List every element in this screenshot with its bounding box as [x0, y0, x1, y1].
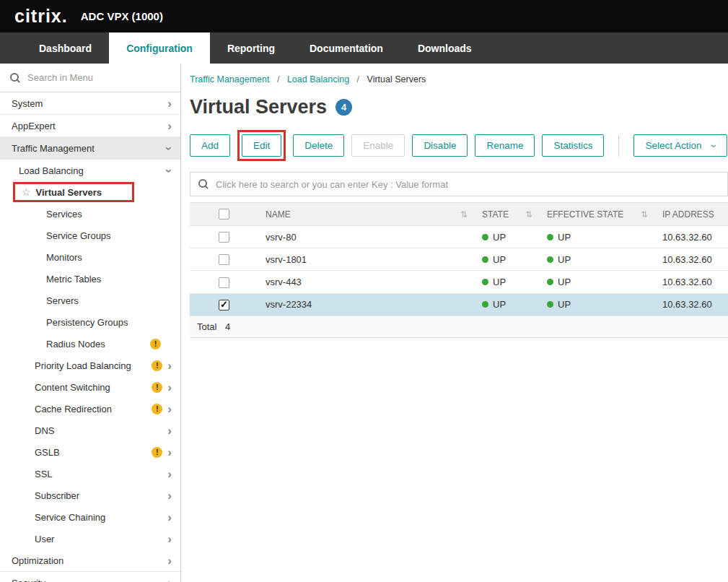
sidebar-item-services[interactable]: Services — [0, 203, 180, 225]
main-nav: Dashboard Configuration Reporting Docume… — [0, 32, 728, 64]
sidebar-item-monitors[interactable]: Monitors — [0, 246, 180, 268]
sidebar-item-optimization[interactable]: Optimization — [0, 550, 180, 572]
row-checkbox[interactable] — [219, 232, 229, 243]
breadcrumb-current: Virtual Servers — [367, 74, 426, 84]
sort-icon[interactable] — [641, 209, 648, 220]
annotation-box-virtual-servers: Virtual Servers — [13, 182, 134, 202]
app-title: ADC VPX (1000) — [81, 10, 163, 22]
column-header-name[interactable]: NAME — [266, 209, 291, 220]
sidebar-item-virtual-servers[interactable]: Virtual Servers — [0, 181, 180, 203]
annotation-box-edit: Edit — [237, 130, 286, 161]
sidebar-item-metric-tables[interactable]: Metric Tables — [0, 268, 180, 290]
column-header-effective-state[interactable]: EFFECTIVE STATE — [547, 209, 623, 220]
warning-icon — [152, 382, 162, 393]
main-panel: Traffic Management / Load Balancing / Vi… — [181, 64, 728, 582]
disable-button[interactable]: Disable — [412, 134, 468, 157]
page-title: Virtual Servers — [190, 96, 327, 118]
sidebar-item-traffic-management[interactable]: Traffic Management — [0, 137, 180, 160]
sidebar-item-dns[interactable]: DNS — [0, 420, 180, 441]
tab-reporting[interactable]: Reporting — [210, 32, 292, 64]
sidebar-item-security[interactable]: Security — [0, 572, 180, 582]
cell-ip-address: 10.63.32.60 — [655, 271, 728, 293]
cell-ip-address: 10.63.32.60 — [655, 248, 728, 271]
chevron-right-icon — [167, 120, 172, 132]
edit-button[interactable]: Edit — [242, 134, 281, 157]
sidebar-search — [0, 64, 180, 92]
chevron-right-icon — [167, 490, 172, 502]
statistics-button[interactable]: Statistics — [542, 134, 604, 157]
breadcrumb-load-balancing[interactable]: Load Balancing — [287, 74, 349, 84]
table-row-vsrv-443[interactable]: vsrv-443 UP UP 10.63.32.60 — [190, 271, 728, 293]
sidebar-item-content-switching[interactable]: Content Switching — [0, 376, 180, 398]
status-badge: UP — [558, 277, 571, 287]
enable-button[interactable]: Enable — [351, 134, 405, 157]
status-badge: UP — [493, 277, 506, 287]
sort-icon[interactable] — [460, 209, 468, 220]
sort-icon[interactable] — [525, 209, 532, 220]
status-badge: UP — [493, 299, 506, 310]
status-up-dot — [547, 256, 553, 263]
status-up-dot — [482, 256, 488, 263]
tab-downloads[interactable]: Downloads — [400, 32, 489, 64]
sidebar-item-appexpert[interactable]: AppExpert — [0, 115, 180, 137]
delete-button[interactable]: Delete — [293, 134, 344, 157]
sidebar-item-ssl[interactable]: SSL — [0, 463, 180, 485]
sidebar-item-subscriber[interactable]: Subscriber — [0, 485, 180, 506]
row-checkbox[interactable] — [219, 277, 229, 288]
sidebar-item-service-groups[interactable]: Service Groups — [0, 225, 180, 246]
table-search-input[interactable] — [216, 179, 720, 190]
breadcrumb: Traffic Management / Load Balancing / Vi… — [190, 74, 728, 84]
row-checkbox[interactable] — [219, 254, 229, 265]
chevron-right-icon — [167, 511, 172, 524]
sidebar-item-user[interactable]: User — [0, 528, 180, 550]
add-button[interactable]: Add — [190, 134, 230, 157]
sidebar-item-servers[interactable]: Servers — [0, 290, 180, 311]
column-header-state[interactable]: STATE — [482, 209, 509, 220]
sidebar-item-system[interactable]: System — [0, 92, 180, 115]
chevron-right-icon — [167, 446, 172, 459]
breadcrumb-traffic-management[interactable]: Traffic Management — [190, 74, 269, 84]
table-row-vsrv-22334[interactable]: vsrv-22334 UP UP 10.63.32.60 — [190, 293, 728, 316]
top-header-bar: citrix ADC VPX (1000) — [0, 0, 728, 32]
sidebar-item-persistency-groups[interactable]: Persistency Groups — [0, 311, 180, 333]
sidebar-item-load-balancing[interactable]: Load Balancing — [0, 160, 180, 181]
sidebar-search-input[interactable] — [27, 72, 171, 83]
table-header-row: NAME STATE EFFECTIVE STATE IP ADDRESS — [190, 203, 728, 226]
chevron-down-icon — [164, 146, 176, 150]
sidebar-item-radius-nodes[interactable]: Radius Nodes — [0, 333, 180, 355]
tab-dashboard[interactable]: Dashboard — [22, 32, 109, 64]
warning-icon — [152, 447, 162, 458]
toolbar: Add Edit Delete Enable Disable Rename St… — [190, 130, 728, 161]
status-up-dot — [547, 234, 553, 240]
chevron-right-icon — [167, 360, 172, 372]
status-badge: UP — [493, 232, 506, 243]
cell-ip-address: 10.63.32.60 — [655, 293, 728, 316]
sidebar-item-service-chaining[interactable]: Service Chaining — [0, 506, 180, 528]
table-row-vsrv-80[interactable]: vsrv-80 UP UP 10.63.32.60 — [190, 226, 728, 248]
warning-icon — [150, 339, 161, 349]
sidebar-item-cache-redirection[interactable]: Cache Redirection — [0, 398, 180, 420]
chevron-right-icon — [167, 403, 172, 415]
sidebar: System AppExpert Traffic Management Load… — [0, 64, 181, 582]
cell-ip-address: 10.63.32.60 — [655, 226, 728, 248]
app-window: citrix ADC VPX (1000) Dashboard Configur… — [0, 0, 728, 582]
cell-name: vsrv-22334 — [258, 293, 475, 316]
select-all-checkbox[interactable] — [219, 209, 229, 220]
search-icon — [198, 178, 209, 190]
row-checkbox[interactable] — [219, 300, 229, 310]
table-row-vsrv-1801[interactable]: vsrv-1801 UP UP 10.63.32.60 — [190, 248, 728, 271]
status-up-dot — [482, 279, 488, 285]
table-search-bar — [190, 172, 728, 196]
tab-documentation[interactable]: Documentation — [292, 32, 400, 64]
tab-configuration[interactable]: Configuration — [109, 32, 210, 64]
select-action-dropdown[interactable]: Select Action — [633, 134, 727, 157]
chevron-right-icon — [167, 555, 172, 567]
chevron-right-icon — [167, 425, 172, 437]
sidebar-item-priority-load-balancing[interactable]: Priority Load Balancing — [0, 355, 180, 376]
sidebar-item-gslb[interactable]: GSLB — [0, 441, 180, 463]
chevron-right-icon — [167, 577, 172, 582]
rename-button[interactable]: Rename — [475, 134, 535, 157]
chevron-right-icon — [167, 381, 172, 394]
table-total-row: Total 4 — [190, 316, 728, 337]
column-header-ip-address[interactable]: IP ADDRESS — [662, 209, 714, 220]
